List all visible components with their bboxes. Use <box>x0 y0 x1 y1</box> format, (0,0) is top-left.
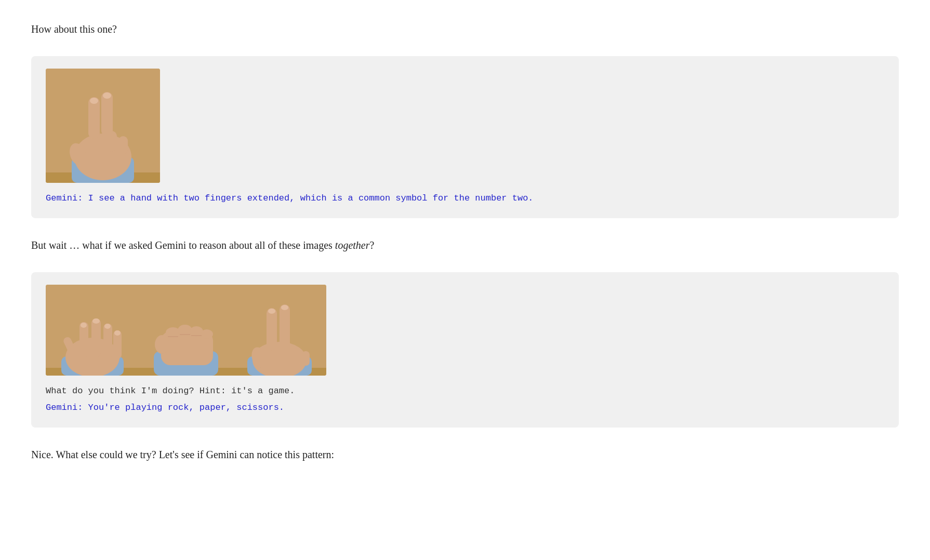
narrative-text-before-em: But wait … what if we asked Gemini to re… <box>31 239 335 251</box>
svg-rect-16 <box>103 324 112 359</box>
svg-point-23 <box>114 330 121 336</box>
svg-point-46 <box>281 305 288 310</box>
svg-point-31 <box>201 329 213 339</box>
svg-point-45 <box>268 309 275 314</box>
svg-rect-41 <box>302 351 310 366</box>
gemini-response-two-fingers: Gemini: I see a hand with two fingers ex… <box>46 191 884 206</box>
svg-point-32 <box>155 335 169 354</box>
hand-image-two-fingers <box>46 69 160 183</box>
narrative-all-together: But wait … what if we asked Gemini to re… <box>31 237 899 254</box>
svg-point-10 <box>103 92 111 99</box>
narrative-text-after-em: ? <box>370 239 375 251</box>
hand-image-fist <box>139 285 233 376</box>
user-prompt-game: What do you think I'm doing? Hint: it's … <box>46 384 884 398</box>
svg-point-20 <box>92 318 100 324</box>
chat-box-single-image: Gemini: I see a hand with two fingers ex… <box>31 56 899 218</box>
narrative-em-together: together <box>335 239 370 251</box>
svg-point-9 <box>90 98 98 104</box>
hand-image-scissors <box>233 285 326 376</box>
chat-box-triple-image: What do you think I'm doing? Hint: it's … <box>31 272 899 428</box>
svg-rect-40 <box>291 347 300 365</box>
hand-image-five-fingers <box>46 285 139 376</box>
svg-rect-5 <box>118 136 128 154</box>
svg-point-21 <box>81 323 87 328</box>
narrative-how-about: How about this one? <box>31 21 899 37</box>
gemini-response-rps: Gemini: You're playing rock, paper, scis… <box>46 401 884 415</box>
svg-rect-43 <box>267 308 277 351</box>
images-row-triple <box>46 285 884 376</box>
svg-point-22 <box>104 324 111 329</box>
narrative-nice-what-else: Nice. What else could we try? Let's see … <box>31 446 899 463</box>
svg-rect-44 <box>280 304 290 350</box>
images-row-single <box>46 69 884 183</box>
svg-rect-17 <box>91 318 101 357</box>
